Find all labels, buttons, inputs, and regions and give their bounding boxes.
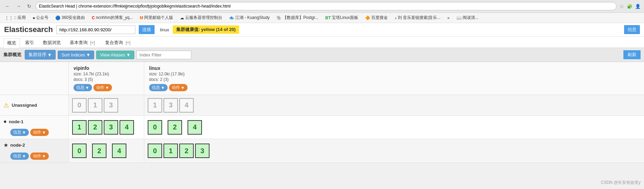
extension-icon: 🧩 [627, 4, 632, 9]
bookmark-star[interactable]: ☆ [619, 3, 624, 10]
unassigned-label: Unassigned [12, 103, 37, 108]
bookmark-more[interactable]: » [445, 15, 452, 21]
shard-box: 4 [188, 120, 202, 135]
page-section-title: 集群概览 [3, 52, 21, 58]
node-2-action-button[interactable]: 动作 ▼ [30, 153, 49, 160]
node-2-info-button[interactable]: 信息 ▼ [10, 153, 29, 160]
pg-icon: 🐘 [276, 15, 282, 20]
tab-compound-query[interactable]: 复合查询 [+] [101, 38, 135, 48]
compound-query-plus[interactable]: [+] [124, 40, 132, 46]
tab-indices[interactable]: 索引 [21, 38, 38, 48]
360-icon: 🔵 [55, 15, 60, 20]
shard-box: 2 [168, 120, 182, 135]
node-2-name: node-2 [10, 143, 25, 148]
dropdown-arrow-icon: ▼ [47, 52, 52, 57]
music-icon: ♪ [395, 15, 397, 20]
node1-info-arrow: ▼ [22, 130, 26, 135]
vipinfo-info-dropdown-icon: ▼ [85, 85, 89, 90]
unassigned-vipinfo-shards: 0 1 3 [69, 95, 144, 115]
bookmarks-bar: ⋮⋮ :: 应用 ● 公众号 🔵 360安全路由 C ncnhhm的博客_yq.… [0, 13, 644, 23]
unassigned-linux-shards: 1 3 4 [144, 95, 220, 115]
refresh-button-toolbar[interactable]: 刷新 [623, 50, 641, 59]
cluster-sort-button[interactable]: 集群排序 ▼ [25, 50, 56, 60]
bookmark-weixin[interactable]: ● 公众号 [31, 14, 50, 21]
cloud-icon: ☁ [180, 15, 184, 20]
fish-icon: 🐟 [229, 15, 234, 20]
linux-header-cell: linux size: 12.0ki (17.9ki) docs: 2 (3) … [144, 62, 220, 95]
linux-docs: docs: 2 (3) [149, 77, 215, 82]
shard-box: 3 [104, 98, 118, 113]
shard-box: 3 [104, 120, 118, 135]
shard-box: 0 [72, 98, 87, 113]
index-filter-input[interactable] [136, 51, 191, 59]
apps-grid-icon: ⋮⋮ [5, 15, 13, 20]
bookmark-cloud[interactable]: ☁ 云服务器管理控制台 [178, 14, 224, 21]
shard-box: 0 [148, 144, 162, 158]
server-url-input[interactable] [56, 25, 135, 34]
shard-box: 3 [195, 144, 210, 158]
baidu-money-icon: 🔶 [365, 15, 370, 20]
refresh-button[interactable]: ↻ [25, 3, 33, 10]
tab-overview[interactable]: 概览 [3, 38, 20, 48]
forward-button[interactable]: → [14, 3, 23, 10]
node-1-info-button[interactable]: 信息 ▼ [10, 129, 29, 136]
vipinfo-docs: docs: 3 (5) [74, 77, 139, 82]
main-nav-tabs: 概览 索引 数据浏览 基本查询 [+] 复合查询 [+] [0, 36, 644, 48]
bt-icon: BT [325, 15, 331, 20]
linux-info-button[interactable]: 信息 ▼ [149, 84, 168, 91]
browser-bar: ← → ↻ ☆ 🧩 👤 [0, 0, 644, 13]
node-1-action-button[interactable]: 动作 ▼ [30, 129, 49, 136]
bookmark-bt[interactable]: BT 宝塔Linux面板 [323, 14, 360, 21]
shard-box: 1 [88, 98, 102, 113]
warning-icon: ⚠ [3, 102, 9, 109]
node-1-name: node-1 [9, 119, 24, 124]
shard-box: 2 [92, 144, 106, 158]
node2-linux-shards: 0 1 2 3 [144, 139, 220, 162]
connect-button[interactable]: 连接 [139, 25, 155, 34]
bookmark-music[interactable]: ♪ 刘 音乐直链搜索|音乐... [393, 14, 442, 21]
node-1-actions: 信息 ▼ 动作 ▼ [10, 129, 49, 136]
circle-icon: ● [3, 118, 7, 125]
linux-size: size: 12.0ki (17.9ki) [149, 72, 215, 76]
tab-data-browser[interactable]: 数据浏览 [39, 38, 65, 48]
node-2-row: ★ node-2 信息 ▼ 动作 ▼ 0 2 4 0 1 [0, 139, 644, 163]
bookmark-postgres[interactable]: 🐘 【数据库】Postgr... [274, 14, 320, 21]
tab-basic-query[interactable]: 基本查询 [+] [66, 38, 100, 48]
info-button-top[interactable]: 信息 [624, 25, 640, 34]
vipinfo-size: size: 14.7ki (23.1ki) [74, 72, 139, 76]
app-header: Elasticsearch 连接 linux 集群健康值: yellow (14… [0, 23, 644, 36]
back-button[interactable]: ← [3, 3, 12, 10]
shard-box: 4 [120, 120, 134, 135]
bookmark-baidu-money[interactable]: 🔶 百度搜金 [363, 14, 390, 21]
sort-indices-button[interactable]: Sort Indices ▼ [58, 51, 94, 59]
node1-vipinfo-shards: 1 2 3 4 [69, 116, 144, 139]
address-bar[interactable] [36, 2, 617, 10]
shard-box: 4 [179, 98, 194, 113]
vipinfo-info-button[interactable]: 信息 ▼ [74, 84, 92, 91]
view-aliases-button[interactable]: View Aliases ▼ [96, 51, 134, 59]
bookmark-reader[interactable]: 📖 阅读清... [454, 14, 481, 21]
node-2-actions: 信息 ▼ 动作 ▼ [10, 153, 49, 160]
vipinfo-action-button[interactable]: 动作 ▼ [93, 84, 112, 91]
csdn-icon: C [92, 15, 95, 20]
shard-box: 3 [163, 98, 178, 113]
vipinfo-header-cell: vipinfo size: 14.7ki (23.1ki) docs: 3 (5… [69, 62, 144, 95]
cluster-toolbar: 集群概览 集群排序 ▼ Sort Indices ▼ View Aliases … [0, 48, 644, 62]
bookmark-ali-mail[interactable]: M 阿里邮箱个人版 [138, 14, 175, 21]
linux-info-dropdown-icon: ▼ [161, 85, 165, 90]
main-content-area: vipinfo size: 14.7ki (23.1ki) docs: 3 (5… [0, 62, 644, 163]
linux-action-button[interactable]: 动作 ▼ [169, 84, 188, 91]
shard-box: 0 [148, 120, 162, 135]
profile-avatar: 👤 [635, 4, 641, 9]
bookmark-kuangstudy[interactable]: 🐟 江湖 - KuangStudy [227, 14, 272, 21]
weixin-icon: ● [33, 15, 35, 20]
bookmark-csdn[interactable]: C ncnhhm的博客_yq... [90, 14, 135, 21]
shard-box: 4 [112, 144, 126, 158]
vipinfo-action-dropdown-icon: ▼ [105, 85, 109, 90]
basic-query-plus[interactable]: [+] [89, 40, 97, 46]
apps-bookmark[interactable]: ⋮⋮ :: 应用 [3, 14, 28, 21]
aliases-dropdown-icon: ▼ [126, 52, 131, 57]
empty-header-cell [0, 62, 69, 95]
bookmark-360[interactable]: 🔵 360安全路由 [53, 14, 87, 21]
shard-box: 1 [163, 144, 178, 158]
